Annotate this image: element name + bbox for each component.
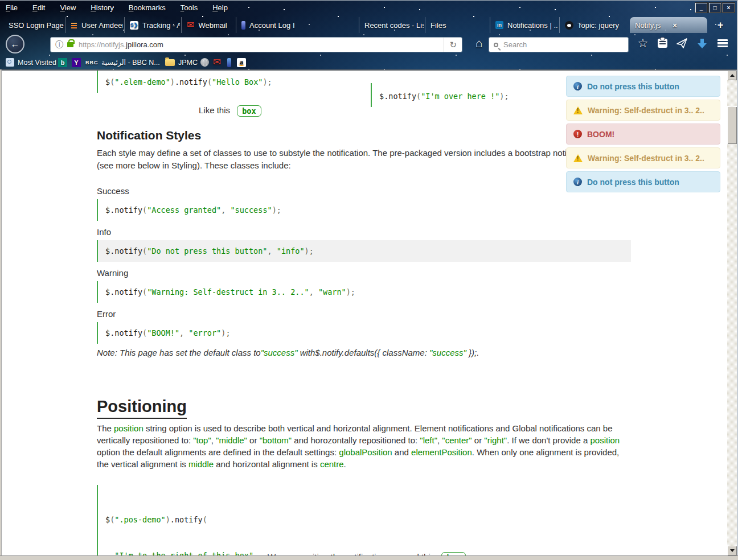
styles-intro: Each style may define a set of classes t… <box>97 147 614 172</box>
clipboard-icon <box>658 39 667 48</box>
hamburger-icon <box>718 39 728 47</box>
vertical-scrollbar[interactable] <box>727 71 737 555</box>
bookmark-folder-jpmc[interactable]: JPMC <box>165 55 198 69</box>
send-tab-button[interactable] <box>674 36 689 51</box>
bookmark-bbc[interactable]: BBC <box>85 55 99 69</box>
notification-text: Do not press this button <box>587 178 679 187</box>
notification-warning[interactable]: Warning: Self-destruct in 3.. 2.. <box>566 100 720 121</box>
positioning-heading-wrap: Positioning <box>97 397 187 419</box>
window-border-bottom <box>0 555 738 560</box>
tab-label: SSO Login Page <box>9 21 64 30</box>
app-menu-button[interactable] <box>715 36 730 51</box>
example-error: Error $.notify("BOOM!", "error"); <box>97 309 631 344</box>
search-input[interactable] <box>502 40 610 50</box>
maximize-button[interactable]: □ <box>709 3 721 13</box>
folder-icon <box>165 59 175 66</box>
info-icon <box>573 178 582 186</box>
error-icon <box>573 130 582 138</box>
notification-info[interactable]: Do not press this button <box>566 76 720 97</box>
bookmark-star-button[interactable]: ☆ <box>636 36 650 51</box>
page-content: $(".elem-demo").notify("Hello Box"); $.n… <box>0 71 738 555</box>
bing-icon: b <box>58 58 67 67</box>
reload-icon[interactable]: ↻ <box>444 38 462 52</box>
star-icon: ☆ <box>638 36 649 50</box>
tab-label: Account Log In <box>249 21 295 30</box>
tab-bar: SSO Login Page User Amdeen, ... Tracking… <box>0 17 738 33</box>
tab-topic-jquery[interactable]: Topic: jquery <box>559 17 626 33</box>
bookmark-bbc-arabic[interactable]: الرئيسية - BBC N... <box>101 55 160 69</box>
tab-webmail[interactable]: ✉ Webmail <box>181 17 235 33</box>
tab-files[interactable]: Files <box>425 17 458 33</box>
menu-bookmarks[interactable]: Bookmarks <box>129 3 166 12</box>
menu-tools[interactable]: Tools <box>181 3 198 12</box>
notification-text: Warning: Self-destruct in 3.. 2.. <box>588 154 704 163</box>
url-bar[interactable]: ⓘ https://notifyjs.jpillora.com ↻ <box>50 37 462 52</box>
code-error: $.notify("BOOM!", "error"); <box>97 322 239 344</box>
notification-error[interactable]: BOOM! <box>566 123 720 145</box>
notification-warning[interactable]: Warning: Self-destruct in 3.. 2.. <box>566 147 720 168</box>
tab-label: Notify.js <box>635 21 661 30</box>
tab-notifications-linkedin[interactable]: Notifications | ... <box>490 17 558 33</box>
menu-edit[interactable]: Edit <box>32 3 45 12</box>
navigation-toolbar: ← ⓘ https://notifyjs.jpillora.com ↻ ⌂ ☆ <box>0 33 738 55</box>
globe-icon <box>200 58 209 67</box>
close-button[interactable]: × <box>723 3 735 13</box>
code-success: $.notify("Access granted", "success"); <box>97 199 289 221</box>
code-over-here: $.notify("I'm over here !"); <box>371 83 517 107</box>
menu-help[interactable]: Help <box>212 3 228 12</box>
bookmark-bing[interactable]: b <box>58 55 67 69</box>
tab-user-amdeen[interactable]: User Amdeen, ... <box>65 17 123 33</box>
notification-info[interactable]: Do not press this button <box>566 171 720 192</box>
home-button[interactable]: ⌂ <box>472 36 486 51</box>
new-tab-button[interactable]: + <box>713 18 728 32</box>
downloads-button[interactable] <box>695 36 710 51</box>
scrollbar-thumb[interactable] <box>727 106 737 144</box>
tab-label: Webmail <box>198 21 227 30</box>
tab-sso-login-page[interactable]: SSO Login Page <box>3 17 65 33</box>
demo-box-button[interactable]: box <box>237 105 261 117</box>
github-icon <box>565 21 573 30</box>
bookmarks-panel-button[interactable] <box>655 36 670 51</box>
notification-stack: Do not press this button Warning: Self-d… <box>566 76 720 195</box>
search-box[interactable] <box>489 37 629 52</box>
tab-tracking[interactable]: Tracking - All Is... <box>124 17 180 33</box>
window-controls: _ □ × <box>695 3 735 13</box>
bookmark-most-visited[interactable]: Most Visited <box>6 55 56 69</box>
code-pos-demo: $(".pos-demo").notify( "I'm to the right… <box>97 485 266 555</box>
bookmarks-toolbar: Most Visited b Y BBC الرئيسية - BBC N...… <box>0 55 738 69</box>
scroll-up-button[interactable] <box>727 71 737 80</box>
browser-window: File Edit View History Bookmarks Tools H… <box>0 0 738 560</box>
notification-text: BOOM! <box>587 130 614 139</box>
example-label: Warning <box>97 268 631 279</box>
paper-plane-icon <box>676 38 687 48</box>
pen-icon <box>227 58 231 67</box>
tab-recent-codes[interactable]: Recent codes - List ... <box>359 17 424 33</box>
home-icon: ⌂ <box>475 36 483 50</box>
bookmark-label: Most Visited <box>18 59 56 67</box>
download-arrow-icon <box>696 38 708 49</box>
bookmark-label: JPMC <box>178 59 198 67</box>
mail-icon: ✉ <box>213 58 221 67</box>
bookmark-pen[interactable] <box>227 55 231 69</box>
page-info-icon[interactable]: ⓘ <box>55 40 63 50</box>
tab-close-icon[interactable]: × <box>673 21 677 30</box>
bookmark-yahoo[interactable]: Y <box>72 55 81 69</box>
tab-account-log-in[interactable]: Account Log In <box>236 17 295 33</box>
bookmark-globe[interactable] <box>200 55 209 69</box>
notification-text: Warning: Self-destruct in 3.. 2.. <box>588 106 704 115</box>
scroll-down-button[interactable] <box>727 546 737 555</box>
back-button[interactable]: ← <box>6 35 24 53</box>
url-scheme: https://notifyjs. <box>79 40 126 49</box>
bookmark-mail[interactable]: ✉ <box>213 55 221 69</box>
account-icon <box>241 21 245 30</box>
menu-history[interactable]: History <box>91 3 113 12</box>
tab-label: Recent codes - List ... <box>364 21 424 30</box>
bookmark-amazon[interactable]: a <box>237 55 246 69</box>
window-border-top <box>0 0 738 1</box>
code-line: "I'm to the right of this box", <box>105 550 258 555</box>
menu-view[interactable]: View <box>60 3 76 12</box>
tab-notify-js-active[interactable]: Notify.js × <box>630 17 707 33</box>
linkedin-icon <box>495 21 503 29</box>
minimize-button[interactable]: _ <box>695 3 707 13</box>
menu-file[interactable]: File <box>6 3 18 12</box>
